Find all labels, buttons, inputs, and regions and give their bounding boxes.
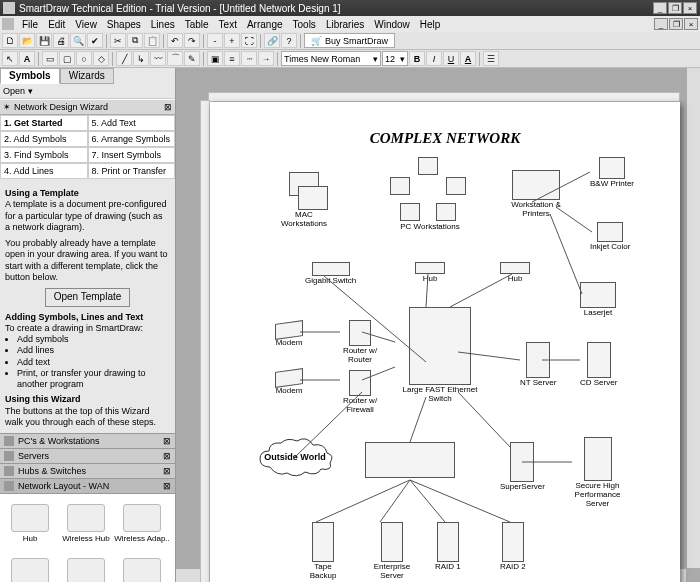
node-raid1[interactable]: RAID 1: [435, 522, 461, 571]
step-5[interactable]: 5. Add Text: [88, 115, 176, 131]
symbol-wireless-hub[interactable]: Wireless Hub: [59, 497, 113, 549]
node-hub1[interactable]: Hub: [415, 262, 445, 283]
step-7[interactable]: 7. Insert Symbols: [88, 147, 176, 163]
bold-button[interactable]: B: [409, 51, 425, 66]
node-nt-server[interactable]: NT Server: [520, 342, 556, 387]
tab-wizards[interactable]: Wizards: [60, 68, 114, 84]
node-superserver[interactable]: SuperServer: [500, 442, 545, 491]
node-cd-server[interactable]: CD Server: [580, 342, 617, 387]
menu-libraries[interactable]: Libraries: [321, 19, 369, 30]
palette-wan[interactable]: Network Layout - WAN⊠: [0, 479, 175, 494]
menu-help[interactable]: Help: [415, 19, 446, 30]
node-superserver-rack[interactable]: [365, 442, 455, 478]
menu-view[interactable]: View: [70, 19, 102, 30]
node-enterprise-server[interactable]: Enterprise Server: [370, 522, 414, 580]
zoomout-button[interactable]: -: [207, 33, 223, 48]
step-6[interactable]: 6. Arrange Symbols: [88, 131, 176, 147]
mdi-restore-button[interactable]: ❐: [669, 18, 683, 30]
step-4[interactable]: 4. Add Lines: [0, 163, 88, 179]
dash-button[interactable]: ┄: [241, 51, 257, 66]
cut-button[interactable]: ✂: [110, 33, 126, 48]
doc-close-button[interactable]: ×: [683, 2, 697, 14]
pointer-tool[interactable]: ↖: [2, 51, 18, 66]
spell-button[interactable]: ✔: [87, 33, 103, 48]
arc-tool[interactable]: ⌒: [167, 51, 183, 66]
node-hub2[interactable]: Hub: [500, 262, 530, 283]
doc-restore-button[interactable]: ❐: [668, 2, 682, 14]
doc-minimize-button[interactable]: _: [653, 2, 667, 14]
menu-text[interactable]: Text: [214, 19, 242, 30]
fit-button[interactable]: ⛶: [241, 33, 257, 48]
node-router-router[interactable]: Router w/ Router: [340, 320, 380, 364]
buy-button[interactable]: 🛒Buy SmartDraw: [304, 33, 395, 48]
wizard-header[interactable]: ✶ Network Design Wizard ⊠: [0, 99, 175, 115]
copy-button[interactable]: ⧉: [127, 33, 143, 48]
palette-close-icon[interactable]: ⊠: [163, 481, 171, 491]
palette-close-icon[interactable]: ⊠: [163, 451, 171, 461]
node-large-switch[interactable]: Large FAST Ethernet Switch: [395, 307, 485, 403]
menu-table[interactable]: Table: [180, 19, 214, 30]
menu-shapes[interactable]: Shapes: [102, 19, 146, 30]
print-button[interactable]: 🖨: [53, 33, 69, 48]
node-laserjet[interactable]: Laserjet: [580, 282, 616, 317]
align-button[interactable]: ☰: [483, 51, 499, 66]
ellipse-tool[interactable]: ○: [76, 51, 92, 66]
step-8[interactable]: 8. Print or Transfer: [88, 163, 176, 179]
save-button[interactable]: 💾: [36, 33, 52, 48]
underline-button[interactable]: U: [443, 51, 459, 66]
mdi-close-button[interactable]: ×: [684, 18, 698, 30]
text-tool[interactable]: A: [19, 51, 35, 66]
freehand-tool[interactable]: ✎: [184, 51, 200, 66]
step-1[interactable]: 1. Get Started: [0, 115, 88, 131]
paste-button[interactable]: 📋: [144, 33, 160, 48]
palette-servers[interactable]: Servers⊠: [0, 449, 175, 464]
symbol-multiprotocol[interactable]: Multiprotocol..: [3, 551, 57, 582]
fill-button[interactable]: ▣: [207, 51, 223, 66]
textcolor-button[interactable]: A: [460, 51, 476, 66]
menu-file[interactable]: File: [17, 19, 43, 30]
wizard-close-icon[interactable]: ⊠: [164, 102, 172, 112]
node-inkjet[interactable]: Inkjet Color: [590, 222, 630, 251]
mdi-minimize-button[interactable]: _: [654, 18, 668, 30]
font-select[interactable]: Times New Roman▾: [281, 51, 381, 66]
open-dropdown[interactable]: Open▾: [0, 84, 175, 99]
new-button[interactable]: 🗋: [2, 33, 18, 48]
menu-arrange[interactable]: Arrange: [242, 19, 288, 30]
symbol-wireless-adapter[interactable]: Wireless Adap..: [115, 497, 169, 549]
palette-pcs[interactable]: PC's & Workstations⊠: [0, 434, 175, 449]
palette-close-icon[interactable]: ⊠: [163, 466, 171, 476]
symbol-ethernet-switch[interactable]: Ethernet Switch: [59, 551, 113, 582]
menu-lines[interactable]: Lines: [146, 19, 180, 30]
step-3[interactable]: 3. Find Symbols: [0, 147, 88, 163]
node-outside-world[interactable]: Outside World: [255, 437, 335, 477]
hyperlink-button[interactable]: 🔗: [264, 33, 280, 48]
canvas-page[interactable]: COMPLEX NETWORK MAC Workstations PC Work…: [210, 102, 680, 582]
palette-hubs[interactable]: Hubs & Switches⊠: [0, 464, 175, 479]
curve-tool[interactable]: 〰: [150, 51, 166, 66]
italic-button[interactable]: I: [426, 51, 442, 66]
menu-tools[interactable]: Tools: [288, 19, 321, 30]
roundrect-tool[interactable]: ▢: [59, 51, 75, 66]
node-router-firewall[interactable]: Router w/ Firewall: [340, 370, 380, 414]
menu-window[interactable]: Window: [369, 19, 415, 30]
node-bw-printer[interactable]: B&W Printer: [590, 157, 634, 188]
open-button[interactable]: 📂: [19, 33, 35, 48]
step-2[interactable]: 2. Add Symbols: [0, 131, 88, 147]
node-gigabit-switch[interactable]: Gigabit Switch: [305, 262, 356, 285]
node-secure-server[interactable]: Secure High Performance Server: [570, 437, 625, 508]
menu-edit[interactable]: Edit: [43, 19, 70, 30]
undo-button[interactable]: ↶: [167, 33, 183, 48]
symbol-workgroup-switch[interactable]: Workgroup S..: [115, 551, 169, 582]
node-modem1[interactable]: Modem: [275, 322, 303, 347]
rect-tool[interactable]: ▭: [42, 51, 58, 66]
node-wp[interactable]: Workstation & Printers: [510, 170, 562, 218]
arrowhead-button[interactable]: →: [258, 51, 274, 66]
canvas-area[interactable]: COMPLEX NETWORK MAC Workstations PC Work…: [176, 68, 700, 582]
node-pc-ws[interactable]: PC Workstations: [390, 157, 470, 231]
tab-symbols[interactable]: Symbols: [0, 68, 60, 84]
node-raid2[interactable]: RAID 2: [500, 522, 526, 571]
symbol-hub[interactable]: Hub: [3, 497, 57, 549]
connector-tool[interactable]: ↳: [133, 51, 149, 66]
palette-close-icon[interactable]: ⊠: [163, 436, 171, 446]
poly-tool[interactable]: ◇: [93, 51, 109, 66]
